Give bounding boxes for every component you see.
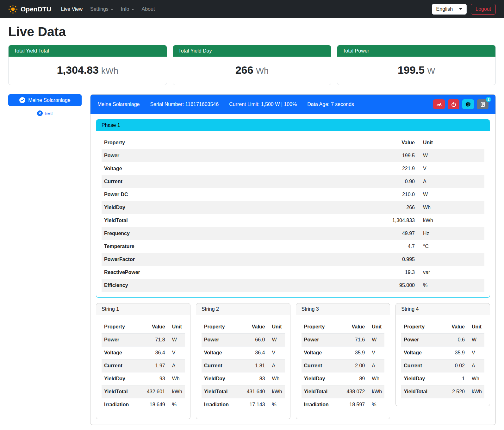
language-select[interactable]: English <box>432 4 467 15</box>
property-cell: Irradiation <box>102 398 143 411</box>
string-table: Property Value Unit Power71.6WVoltage35.… <box>302 321 385 411</box>
unit-cell: W <box>367 333 384 346</box>
table-row: Current2.00A <box>302 359 385 372</box>
value-cell: 210.0 <box>373 188 417 201</box>
column-header-unit: Unit <box>268 321 285 333</box>
property-cell: Irradiation <box>202 398 243 411</box>
string-table: Property Value Unit Power66.0WVoltage36.… <box>202 321 285 411</box>
nav-settings[interactable]: Settings <box>87 4 116 15</box>
strings-grid: String 1 Property Value Unit <box>96 303 490 419</box>
column-header-unit: Unit <box>467 321 484 333</box>
value-cell: 432.601 <box>143 385 168 398</box>
phase-body: Property Value Unit Power199.5WVoltage22… <box>96 131 490 297</box>
unit-cell: A <box>168 359 185 372</box>
value-cell: 221.9 <box>373 162 417 175</box>
value-cell: 93 <box>143 372 168 385</box>
unit-cell: % <box>268 398 285 411</box>
property-cell: YieldDay <box>102 372 143 385</box>
value-cell: 0.90 <box>373 175 417 188</box>
value-cell: 35.9 <box>343 346 367 359</box>
value-cell: 2.00 <box>343 359 367 372</box>
table-row: Irradiation18.597% <box>302 398 385 411</box>
limit-settings-button[interactable] <box>433 99 445 109</box>
value-cell: 199.5 <box>373 149 417 162</box>
brand[interactable]: OpenDTU <box>8 4 51 14</box>
property-cell: ReactivePower <box>102 266 373 279</box>
table-row: YieldDay93Wh <box>102 372 185 385</box>
string-body: Property Value Unit Power71.6WVoltage35.… <box>296 315 390 419</box>
table-row: YieldDay89Wh <box>302 372 385 385</box>
column-header-unit: Unit <box>417 136 484 149</box>
table-row: ReactivePower19.3var <box>102 266 484 279</box>
table-header-row: Property Value Unit <box>102 136 484 149</box>
value-cell: 95.000 <box>373 279 417 292</box>
value-cell: 18.597 <box>343 398 367 411</box>
property-cell: Temperature <box>102 240 373 253</box>
unit-cell: V <box>268 346 285 359</box>
column-header-property: Property <box>102 321 143 333</box>
column-header-property: Property <box>401 321 443 333</box>
summary-card-total-yield-total: Total Yield Total 1,304.83kWh <box>8 45 167 85</box>
nav-live-view[interactable]: Live View <box>58 4 85 15</box>
summary-card-body: 1,304.83kWh <box>9 57 167 85</box>
value-cell: 71.8 <box>143 333 168 346</box>
chevron-down-icon <box>132 9 134 10</box>
property-cell: Voltage <box>102 346 143 359</box>
value-cell: 83 <box>243 372 268 385</box>
string-body: Property Value Unit Power71.8WVoltage36.… <box>96 315 190 419</box>
nav-about[interactable]: About <box>139 4 158 15</box>
property-cell: YieldTotal <box>202 385 243 398</box>
table-row: Voltage221.9V <box>102 162 484 175</box>
unit-cell: W <box>417 149 484 162</box>
logout-button[interactable]: Logout <box>471 4 496 15</box>
power-toggle-button[interactable] <box>448 99 459 109</box>
unit-cell: Hz <box>417 227 484 240</box>
value-cell: 17.143 <box>243 398 268 411</box>
column-header-value: Value <box>443 321 467 333</box>
table-header-row: Property Value Unit <box>102 321 185 333</box>
summary-card-value: 266 <box>235 64 253 76</box>
x-circle-icon <box>37 110 43 116</box>
table-row: Efficiency95.000% <box>102 279 484 292</box>
string-table: Property Value Unit Power71.8WVoltage36.… <box>102 321 185 411</box>
sidebar-item-test[interactable]: test <box>8 110 82 116</box>
property-cell: Power <box>102 149 373 162</box>
power-icon <box>451 102 456 107</box>
property-cell: YieldTotal <box>401 385 443 398</box>
value-cell: 71.6 <box>343 333 367 346</box>
property-cell: Power <box>401 333 443 346</box>
unit-cell: W <box>268 333 285 346</box>
unit-cell: var <box>417 266 484 279</box>
value-cell: 0.02 <box>443 359 467 372</box>
device-info-button[interactable] <box>462 99 474 109</box>
language-selected-value: English <box>436 6 453 12</box>
value-cell: 19.3 <box>373 266 417 279</box>
value-cell: 36.4 <box>143 346 168 359</box>
string-body: Property Value Unit Power0.6WVoltage35.9… <box>396 315 490 406</box>
string-card-1: String 1 Property Value Unit <box>96 303 190 419</box>
page-title: Live Data <box>8 24 496 39</box>
property-cell: PowerFactor <box>102 253 373 266</box>
table-header-row: Property Value Unit <box>302 321 385 333</box>
table-row: Irradiation18.649% <box>102 398 185 411</box>
unit-cell: A <box>417 175 484 188</box>
navbar: OpenDTU Live View Settings Info About En… <box>0 0 504 18</box>
inverter-sidebar: Meine Solaranlage test <box>8 94 82 116</box>
value-cell: 89 <box>343 372 367 385</box>
string-title: String 4 <box>396 303 490 315</box>
property-cell: Power DC <box>102 188 373 201</box>
table-row: YieldTotal1,304.833kWh <box>102 214 484 227</box>
event-log-button[interactable]: 2 <box>477 99 488 109</box>
table-row: PowerFactor0.995 <box>102 253 484 266</box>
table-row: Current1.81A <box>202 359 285 372</box>
unit-cell: °C <box>417 240 484 253</box>
nav-info[interactable]: Info <box>118 4 137 15</box>
unit-cell: W <box>168 333 185 346</box>
sidebar-item-meine-solaranlage[interactable]: Meine Solaranlage <box>8 94 82 106</box>
unit-cell: W <box>467 333 484 346</box>
property-cell: Power <box>102 333 143 346</box>
table-row: YieldDay83Wh <box>202 372 285 385</box>
property-cell: YieldDay <box>302 372 343 385</box>
property-cell: YieldDay <box>102 201 373 214</box>
unit-cell: kWh <box>168 385 185 398</box>
